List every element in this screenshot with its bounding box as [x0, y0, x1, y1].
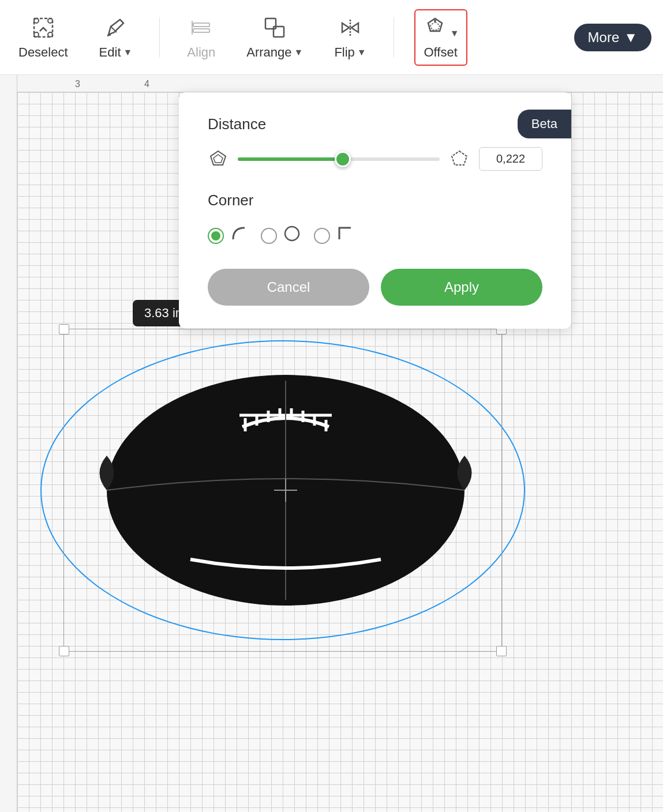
edit-label: Edit [99, 45, 121, 60]
align-label: Align [187, 45, 215, 60]
corner-circle-icon [282, 223, 302, 248]
corner-circle-option[interactable] [261, 223, 302, 248]
arrange-dropdown-arrow: ▼ [294, 47, 304, 58]
flip-dropdown-arrow: ▼ [357, 47, 366, 58]
deselect-button[interactable]: Deselect [12, 10, 75, 65]
more-button[interactable]: More ▼ [574, 24, 651, 51]
handle-bottom-right[interactable] [496, 646, 507, 656]
offset-label: Offset [424, 45, 457, 60]
slider-thumb[interactable] [335, 151, 351, 167]
offset-panel: Beta Distance [179, 92, 571, 329]
handle-top-left[interactable] [59, 324, 69, 334]
more-dropdown-arrow: ▼ [624, 29, 638, 46]
toolbar: Deselect Edit ▼ Align [0, 0, 663, 75]
canvas-area: 3 4 Beta Distance [0, 75, 663, 812]
arrange-button[interactable]: Arrange ▼ [239, 10, 310, 65]
align-icon [189, 15, 214, 40]
slider-fill [238, 157, 343, 161]
beta-label: Beta [531, 116, 557, 131]
more-button-inner: More ▼ [574, 24, 651, 51]
distance-max-icon [449, 149, 470, 170]
svg-rect-6 [193, 29, 209, 32]
divider-2 [394, 17, 394, 58]
svg-point-3 [34, 32, 39, 37]
flip-icon [338, 15, 363, 40]
handle-bottom-left[interactable] [59, 646, 69, 656]
corner-title: Corner [208, 191, 542, 209]
edit-button[interactable]: Edit ▼ [92, 10, 140, 65]
selection-box [63, 329, 502, 652]
apply-button[interactable]: Apply [381, 269, 542, 306]
corner-row [208, 223, 542, 248]
distance-title: Distance [208, 115, 542, 133]
svg-marker-14 [213, 155, 223, 163]
corner-sharp-radio [314, 228, 330, 244]
ruler-vertical [0, 75, 17, 812]
edit-icon [103, 15, 128, 40]
deselect-label: Deselect [18, 45, 68, 60]
distance-min-icon [208, 149, 229, 170]
flip-button[interactable]: Flip ▼ [327, 10, 373, 65]
flip-label: Flip [334, 45, 354, 60]
ruler-horizontal: 3 4 [0, 75, 663, 92]
corner-sharp-icon [335, 223, 355, 248]
corner-round-radio [208, 228, 224, 244]
panel-buttons: Cancel Apply [208, 269, 542, 306]
offset-button[interactable]: ▼ Offset [414, 9, 467, 66]
offset-icon-container: ▼ [422, 15, 459, 40]
svg-marker-15 [452, 151, 467, 165]
deselect-icon [31, 15, 56, 40]
corner-round-radio-fill [211, 231, 220, 240]
edit-dropdown-arrow: ▼ [123, 47, 133, 58]
align-button[interactable]: Align [180, 10, 222, 65]
corner-section: Corner [208, 191, 542, 248]
divider-1 [159, 17, 160, 58]
offset-icon [422, 15, 448, 40]
svg-rect-5 [193, 23, 209, 27]
offset-dropdown-arrow: ▼ [450, 28, 459, 39]
distance-input[interactable] [479, 147, 542, 171]
ruler-mark-4: 4 [144, 79, 149, 89]
distance-row [208, 147, 542, 171]
corner-round-icon [229, 223, 249, 248]
arrange-icon [262, 15, 287, 40]
corner-sharp-option[interactable] [314, 223, 355, 248]
svg-point-16 [285, 227, 299, 240]
beta-badge: Beta [518, 110, 571, 138]
arrange-label: Arrange [246, 45, 291, 60]
svg-point-12 [434, 20, 436, 22]
corner-circle-radio [261, 228, 277, 244]
cancel-button[interactable]: Cancel [208, 269, 369, 306]
svg-marker-11 [430, 22, 440, 30]
distance-section: Distance [208, 115, 542, 171]
ruler-mark-3: 3 [75, 79, 80, 89]
corner-round-option[interactable] [208, 223, 249, 248]
more-label: More [588, 29, 620, 46]
distance-slider[interactable] [238, 157, 440, 161]
